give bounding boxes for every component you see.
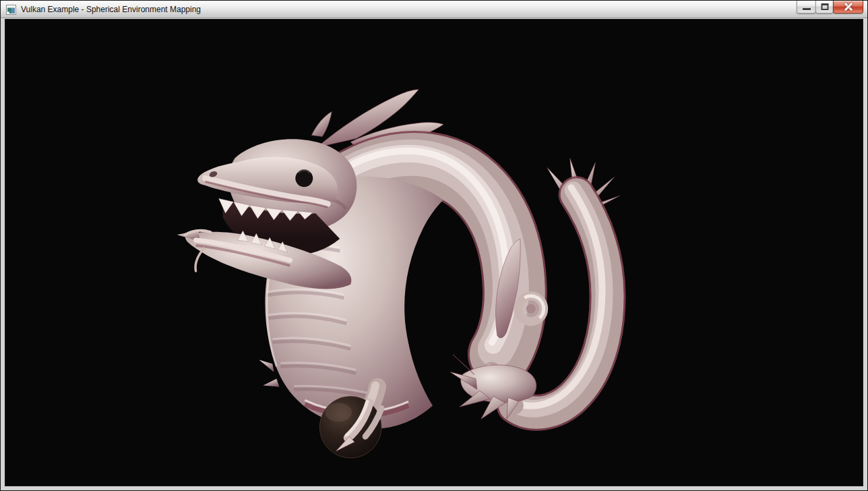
maximize-icon [821, 3, 828, 10]
caption-buttons [797, 1, 863, 13]
titlebar[interactable]: Vulkan Example - Spherical Environment M… [1, 1, 867, 18]
close-button[interactable] [833, 1, 863, 13]
maximize-button[interactable] [815, 1, 834, 13]
minimize-icon [803, 8, 811, 10]
render-viewport[interactable] [5, 19, 863, 486]
application-icon [6, 5, 16, 15]
minimize-button[interactable] [797, 1, 816, 13]
window-title: Vulkan Example - Spherical Environment M… [21, 1, 201, 18]
dragon-render [5, 20, 863, 486]
dragon-head [177, 139, 357, 289]
app-window: Vulkan Example - Spherical Environment M… [0, 0, 868, 491]
